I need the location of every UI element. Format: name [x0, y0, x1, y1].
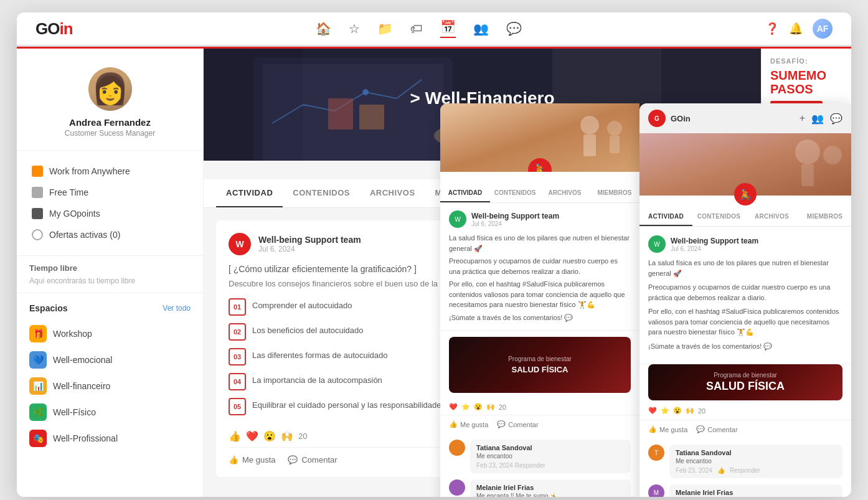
mp-comment-2: M Melanie Iriel Frias Me encanta !! Me t…: [648, 484, 842, 497]
sidebar-menu: Work from Anywhere Free Time My GOpoints…: [17, 151, 203, 256]
mp-c1-reply[interactable]: Responder: [730, 467, 760, 474]
sidebar-item-ofertas[interactable]: Ofertas activas (0): [29, 224, 191, 245]
notification-icon[interactable]: 🔔: [789, 22, 803, 35]
sp-like-label: Me gusta: [460, 421, 488, 428]
mp-author-name: Well-being Support team: [671, 237, 758, 245]
svg-point-3: [362, 89, 369, 95]
espacio-emocional[interactable]: 💙 Well-emocional: [29, 347, 191, 373]
mp-like-icon: 👍: [648, 425, 657, 433]
second-mobile-panel: * Salud física y deportes Empresa 🚴 ACTI…: [440, 103, 639, 497]
sp-like-button[interactable]: 👍 Me gusta: [449, 420, 488, 428]
list-num-3: 03: [229, 348, 246, 366]
tab-contenidos[interactable]: CONTENIDOS: [283, 179, 360, 207]
sp-reactions-row: ❤️ ⭐ 😮 🙌 20: [440, 399, 639, 415]
nav-home-icon[interactable]: 🏠: [316, 21, 331, 36]
list-text-1: Comprender el autocuidado: [252, 298, 352, 310]
sp-tab-miembros[interactable]: MIEMBROS: [590, 184, 639, 202]
sp-tab-actividad[interactable]: ACTIVIDAD: [440, 184, 490, 202]
emocional-label: Well-emocional: [53, 355, 112, 365]
profissional-icon: 🎭: [29, 430, 47, 447]
mp-c1-text: Me encantoo: [676, 458, 836, 465]
espacios-section: Espacios Ver todo 🎁 Workshop 💙 Well-emoc…: [17, 293, 203, 461]
comment-button[interactable]: 💬 Comentar: [288, 455, 337, 465]
ofertas-icon: [32, 229, 43, 240]
sp-tab-archivos[interactable]: ARCHIVOS: [540, 184, 590, 202]
sp-comment1-meta: Feb 23, 2024 Responder: [476, 462, 625, 469]
reaction-thumb: 👍: [229, 430, 241, 442]
fisico-icon: 🌿: [29, 403, 47, 421]
nav-star-icon[interactable]: ☆: [349, 21, 360, 36]
mp-reaction-heart: ❤️: [648, 407, 657, 415]
mobile-chat-icon[interactable]: 💬: [830, 113, 842, 125]
mobile-tab-contenidos[interactable]: CONTENIDOS: [692, 208, 745, 226]
post-author-info: Well-being Support team Jul 6, 2024: [258, 235, 361, 253]
sp-post-header: W Well-being Support team Jul 6, 2024: [449, 210, 631, 228]
mobile-top-bar: G GOin + 👥 💬: [639, 103, 851, 133]
reaction-clap: 🙌: [281, 430, 293, 442]
list-num-2: 02: [229, 323, 246, 341]
sp-comment-2: Melanie Iriel Frias Me encanta !! Me te …: [449, 479, 631, 497]
mp-reaction-star: ⭐: [661, 407, 669, 415]
mobile-users-icon[interactable]: 👥: [811, 113, 824, 125]
mp-c1-name: Tatiana Sandoval: [676, 449, 836, 456]
espacio-profissional[interactable]: 🎭 Well-Profissional: [29, 425, 191, 451]
nav-calendar-icon[interactable]: 📅: [440, 19, 456, 38]
sp-banner-title: SALUD FÍSICA: [508, 365, 572, 375]
app-logo[interactable]: GOin: [35, 19, 73, 39]
sp-comment2-avatar: [449, 479, 465, 496]
svg-point-27: [795, 139, 820, 164]
mobile-add-icon[interactable]: +: [800, 113, 805, 125]
nav-tag-icon[interactable]: 🏷: [410, 22, 423, 36]
like-button[interactable]: 👍 Me gusta: [229, 455, 275, 465]
tab-actividad[interactable]: ACTIVIDAD: [216, 179, 283, 207]
mp-c1-like[interactable]: 👍: [717, 467, 725, 474]
main-layout: Andrea Fernandez Customer Sucess Manager…: [17, 49, 851, 497]
nav-users-icon[interactable]: 👥: [473, 21, 489, 36]
sp-post: W Well-being Support team Jul 6, 2024 La…: [440, 203, 639, 331]
list-text-2: Los beneficios del autocuidado: [252, 323, 364, 335]
mobile-logo-avatar: G: [648, 110, 666, 127]
espacios-title: Espacios: [29, 303, 67, 313]
sidebar-item-wfa[interactable]: Work from Anywhere: [29, 161, 191, 182]
list-num-4: 04: [229, 373, 246, 390]
ver-todo-link[interactable]: Ver todo: [163, 304, 191, 313]
mobile-tab-miembros[interactable]: MIEMBROS: [798, 208, 851, 226]
svg-rect-4: [328, 98, 353, 130]
mp-post-avatar: W: [648, 235, 666, 253]
sidebar-item-free-time[interactable]: Free Time: [29, 182, 191, 203]
sidebar-item-gopoints[interactable]: My GOpoints: [29, 203, 191, 224]
left-sidebar: Andrea Fernandez Customer Sucess Manager…: [17, 49, 204, 497]
nav-folder-icon[interactable]: 📁: [377, 21, 393, 36]
espacio-financeiro[interactable]: 📊 Well-financeiro: [29, 373, 191, 399]
gopoints-label: My GOpoints: [49, 209, 100, 219]
sp-comments: Tatiana Sandoval Me encantoo Feb 23, 202…: [440, 433, 639, 497]
tiempo-libre-section: Tiempo libre Aquí encontrarás tu tiempo …: [17, 256, 203, 293]
mobile-tab-archivos[interactable]: ARCHIVOS: [745, 208, 798, 226]
mp-comment-button[interactable]: 💬 Comentar: [696, 425, 737, 433]
nav-chat-icon[interactable]: 💬: [506, 21, 522, 36]
espacio-fisico[interactable]: 🌿 Well-Físico: [29, 399, 191, 425]
sp-comment-icon: 💬: [497, 420, 506, 428]
mobile-tab-actividad[interactable]: ACTIVIDAD: [639, 208, 692, 226]
mp-reaction-clap: 🙌: [686, 407, 694, 415]
free-time-label: Free Time: [49, 187, 88, 197]
list-text-3: Las diferentes formas de autocuidado: [252, 348, 388, 360]
user-avatar-small[interactable]: AF: [813, 19, 833, 39]
list-num-1: 01: [229, 298, 246, 316]
sp-author-avatar: W: [449, 210, 466, 228]
sp-tab-contenidos[interactable]: CONTENIDOS: [490, 184, 540, 202]
mp-reaction-count: 20: [698, 407, 705, 415]
sp-comment-button[interactable]: 💬 Comentar: [497, 420, 538, 428]
espacio-workshop[interactable]: 🎁 Workshop: [29, 321, 191, 347]
tab-archivos[interactable]: ARCHIVOS: [360, 179, 425, 207]
mp-post-text4: ¡Súmate a través de los comentarios! 💬: [648, 341, 842, 352]
mp-like-button[interactable]: 👍 Me gusta: [648, 425, 687, 433]
sp-comment1-reply[interactable]: Responder: [515, 462, 545, 469]
content-wrapper: > Well-Financiero Empresa 📈 ACTIVIDAD CO…: [204, 49, 851, 497]
list-text-4: La importancia de la autocompasión: [252, 373, 382, 385]
mp-c2-name: Melanie Iriel Frias: [676, 489, 836, 496]
top-bar: GOin 🏠 ☆ 📁 🏷 📅 👥 💬 ❓ 🔔 AF: [17, 12, 851, 47]
sp-comment-label: Comentar: [508, 421, 538, 428]
tiempo-subtitle: Aquí encontrarás tu tiempo libre: [29, 276, 191, 285]
help-icon[interactable]: ❓: [765, 22, 779, 35]
